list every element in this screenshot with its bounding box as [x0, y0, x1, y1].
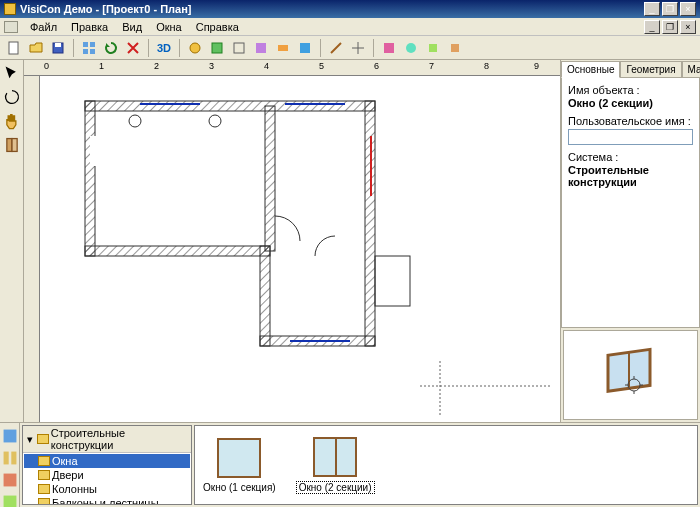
svg-rect-27 [90, 136, 100, 166]
group1-button[interactable] [79, 38, 99, 58]
svg-rect-43 [3, 474, 16, 487]
mdi-maximize-button[interactable]: ❐ [662, 20, 678, 34]
save-button[interactable] [48, 38, 68, 58]
pan-tool[interactable] [3, 112, 21, 130]
svg-point-7 [190, 43, 200, 53]
system-label: Система : [568, 151, 693, 163]
tree-item-windows[interactable]: Окна [24, 454, 190, 468]
close-button[interactable]: × [680, 2, 696, 16]
system-value: Строительные конструкции [568, 164, 693, 188]
palette-item-window2[interactable]: Окно (2 секции) [296, 437, 375, 494]
user-name-input[interactable] [568, 129, 693, 145]
app-title: VisiCon Демо - [Проект0 - План] [20, 3, 644, 15]
delete-button[interactable] [123, 38, 143, 58]
tree-item-doors[interactable]: Двери [24, 468, 190, 482]
tool2-button[interactable] [348, 38, 368, 58]
svg-point-32 [129, 115, 141, 127]
new-button[interactable] [4, 38, 24, 58]
vertical-ruler [24, 76, 40, 422]
shape2-button[interactable] [401, 38, 421, 58]
select-tool[interactable] [3, 64, 21, 82]
minimize-button[interactable]: _ [644, 2, 660, 16]
view6-button[interactable] [295, 38, 315, 58]
svg-rect-20 [85, 101, 375, 111]
pal-btn1[interactable] [1, 427, 19, 445]
shape1-button[interactable] [379, 38, 399, 58]
mdi-icon [4, 21, 18, 33]
svg-rect-26 [265, 106, 275, 251]
svg-rect-4 [90, 42, 95, 47]
window-buttons: _ ❐ × [644, 2, 696, 16]
library-tree[interactable]: ▾ Строительные конструкции Окна Двери Ко… [22, 425, 192, 505]
svg-rect-0 [9, 42, 18, 54]
refresh-button[interactable] [101, 38, 121, 58]
tab-materials[interactable]: Материалы [682, 61, 700, 78]
tree-root[interactable]: ▾ Строительные конструкции [23, 426, 191, 453]
horizontal-ruler: 0 1 2 3 4 5 6 7 8 9 [24, 60, 560, 76]
shape3-button[interactable] [423, 38, 443, 58]
menu-file[interactable]: Файл [24, 20, 63, 34]
view3-button[interactable] [229, 38, 249, 58]
mdi-minimize-button[interactable]: _ [644, 20, 660, 34]
tool1-button[interactable] [326, 38, 346, 58]
app-icon [4, 3, 16, 15]
tree-item-balconies[interactable]: Балконы и лестницы [24, 496, 190, 505]
svg-rect-3 [83, 42, 88, 47]
svg-rect-10 [256, 43, 266, 53]
view1-button[interactable] [185, 38, 205, 58]
svg-rect-13 [384, 43, 394, 53]
shape4-button[interactable] [445, 38, 465, 58]
view2-button[interactable] [207, 38, 227, 58]
svg-rect-42 [11, 452, 16, 465]
floorplan [40, 76, 560, 422]
door-tool[interactable] [3, 136, 21, 154]
pal-btn4[interactable] [1, 493, 19, 507]
svg-rect-34 [375, 256, 410, 306]
mdi-close-button[interactable]: × [680, 20, 696, 34]
svg-rect-8 [212, 43, 222, 53]
menu-windows[interactable]: Окна [150, 20, 188, 34]
menu-edit[interactable]: Правка [65, 20, 114, 34]
tab-geometry[interactable]: Геометрия [620, 61, 681, 78]
toolbar: 3D [0, 36, 700, 60]
svg-point-33 [209, 115, 221, 127]
preview-3d[interactable] [563, 330, 698, 420]
pal-btn3[interactable] [1, 471, 19, 489]
palette-controls [0, 423, 20, 507]
svg-rect-9 [234, 43, 244, 53]
rotate-tool[interactable] [3, 88, 21, 106]
svg-rect-16 [451, 44, 459, 52]
svg-rect-12 [300, 43, 310, 53]
svg-point-14 [406, 43, 416, 53]
palette-item-window1[interactable]: Окно (1 секция) [203, 438, 276, 493]
menubar: Файл Правка Вид Окна Справка _ ❐ × [0, 18, 700, 36]
svg-rect-18 [12, 139, 17, 152]
svg-rect-22 [85, 246, 270, 256]
maximize-button[interactable]: ❐ [662, 2, 678, 16]
bottom-panel: ▾ Строительные конструкции Окна Двери Ко… [0, 422, 700, 507]
open-button[interactable] [26, 38, 46, 58]
tab-main[interactable]: Основные [561, 61, 620, 78]
prop-body: Имя объекта : Окно (2 секции) Пользовате… [561, 77, 700, 328]
workarea: 0 1 2 3 4 5 6 7 8 9 [0, 60, 700, 422]
menu-view[interactable]: Вид [116, 20, 148, 34]
svg-rect-21 [85, 101, 95, 256]
menu-help[interactable]: Справка [190, 20, 245, 34]
svg-rect-6 [90, 49, 95, 54]
drawing-canvas[interactable] [40, 76, 560, 422]
titlebar: VisiCon Демо - [Проект0 - План] _ ❐ × [0, 0, 700, 18]
view5-button[interactable] [273, 38, 293, 58]
view4-button[interactable] [251, 38, 271, 58]
object-name-label: Имя объекта : [568, 84, 693, 96]
object-name-value: Окно (2 секции) [568, 97, 693, 109]
tree-item-columns[interactable]: Колонны [24, 482, 190, 496]
prop-tabs: Основные Геометрия Материалы [561, 60, 700, 77]
pal-btn2[interactable] [1, 449, 19, 467]
canvas-area: 0 1 2 3 4 5 6 7 8 9 [24, 60, 560, 422]
properties-panel: Основные Геометрия Материалы Имя объекта… [560, 60, 700, 422]
svg-rect-5 [83, 49, 88, 54]
3d-button[interactable]: 3D [154, 38, 174, 58]
svg-rect-41 [3, 452, 8, 465]
user-name-label: Пользовательское имя : [568, 115, 693, 127]
svg-rect-15 [429, 44, 437, 52]
